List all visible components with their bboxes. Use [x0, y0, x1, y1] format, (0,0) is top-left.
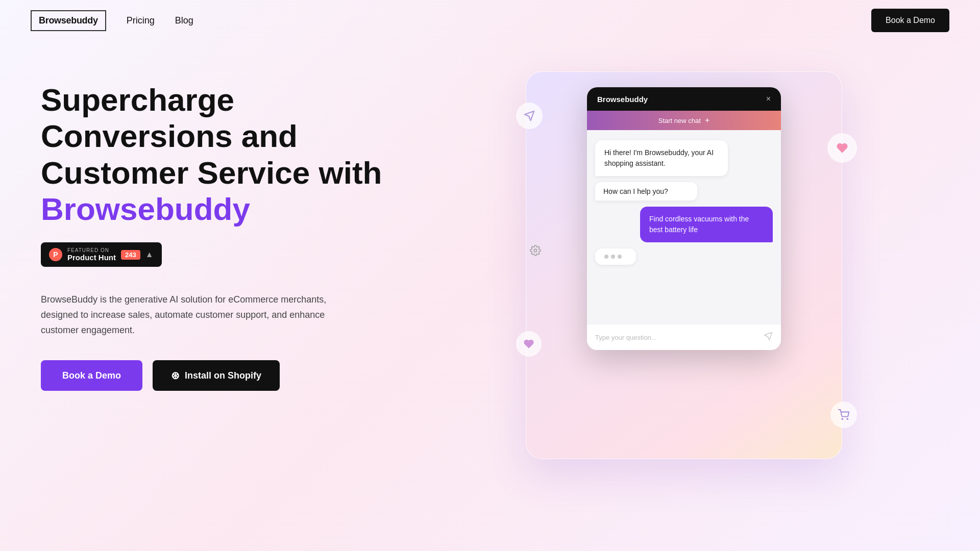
device-frame: Browsebuddy × Start new chat + Hi there!…	[526, 71, 842, 459]
shopify-icon: ⊛	[171, 369, 180, 382]
ph-text-group: FEATURED ON Product Hunt	[67, 247, 116, 262]
heart-purple-float-icon	[516, 331, 542, 357]
heart-pink-float-icon	[827, 133, 857, 163]
bot-message-1: Hi there! I'm Browsebuddy, your AI shopp…	[595, 140, 728, 176]
hero-buttons: Book a Demo ⊛ Install on Shopify	[41, 360, 388, 391]
pricing-link[interactable]: Pricing	[127, 15, 155, 26]
book-demo-button[interactable]: Book a Demo	[41, 360, 142, 391]
product-hunt-badge[interactable]: P FEATURED ON Product Hunt 243 ▲	[41, 242, 162, 267]
chat-input-area: Type your question...	[587, 324, 781, 350]
hero-brand-name: Browsebuddy	[41, 191, 250, 227]
bot-message-2: How can I help you?	[595, 182, 697, 201]
plus-icon: +	[705, 116, 709, 125]
chat-input-placeholder: Type your question...	[595, 334, 657, 341]
svg-point-3	[847, 418, 848, 419]
hero-right: Browsebuddy × Start new chat + Hi there!…	[429, 71, 939, 459]
chat-header: Browsebuddy ×	[587, 87, 781, 111]
hero-description: BrowseBuddy is the generative AI solutio…	[41, 292, 337, 338]
svg-marker-0	[525, 111, 534, 120]
blog-link[interactable]: Blog	[175, 15, 193, 26]
navbar-left: Browsebuddy Pricing Blog	[31, 10, 193, 31]
svg-point-1	[534, 249, 537, 252]
ph-count: 243	[121, 250, 140, 260]
ph-icon: P	[49, 248, 62, 261]
chat-close-button[interactable]: ×	[766, 94, 771, 104]
send-float-icon	[516, 103, 543, 129]
svg-point-2	[842, 418, 843, 419]
hero-title: Supercharge Conversions and Customer Ser…	[41, 82, 388, 227]
send-button-icon[interactable]	[764, 332, 773, 343]
ph-arrow-icon: ▲	[145, 250, 154, 259]
svg-marker-4	[765, 333, 772, 340]
gear-float-icon	[526, 241, 545, 260]
hero-section: Supercharge Conversions and Customer Ser…	[0, 41, 980, 459]
chat-header-logo: Browsebuddy	[597, 95, 648, 104]
book-demo-nav-button[interactable]: Book a Demo	[871, 9, 949, 32]
chat-window: Browsebuddy × Start new chat + Hi there!…	[587, 87, 781, 350]
hero-left: Supercharge Conversions and Customer Ser…	[41, 71, 388, 391]
chat-messages: Hi there! I'm Browsebuddy, your AI shopp…	[587, 130, 781, 324]
install-shopify-button[interactable]: ⊛ Install on Shopify	[153, 360, 280, 391]
logo-text: Browsebuddy	[39, 15, 98, 26]
cart-float-icon	[830, 402, 857, 428]
typing-indicator	[595, 248, 636, 265]
new-chat-bar[interactable]: Start new chat +	[587, 111, 781, 130]
logo[interactable]: Browsebuddy	[31, 10, 106, 31]
navbar: Browsebuddy Pricing Blog Book a Demo	[0, 0, 980, 41]
user-message-1: Find cordless vacuums with the best batt…	[640, 207, 773, 242]
